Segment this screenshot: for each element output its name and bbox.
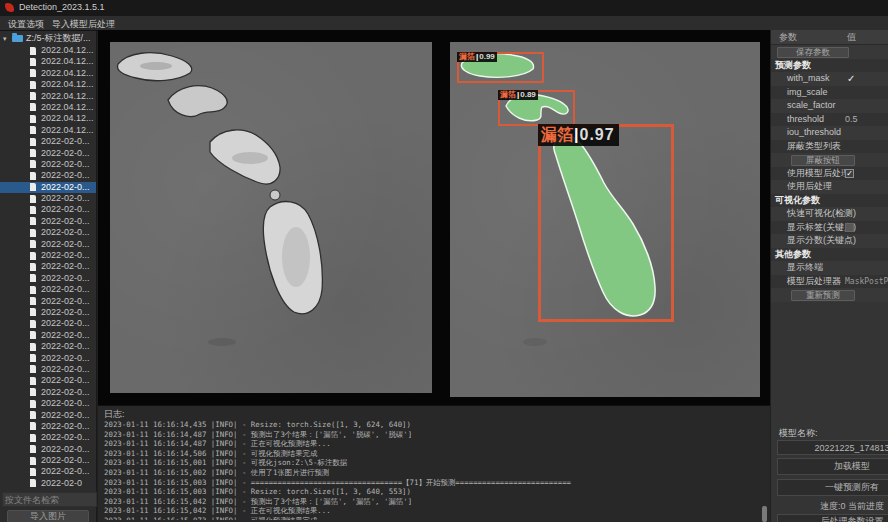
tree-file-item[interactable]: 2022-02-0... [0,353,96,364]
file-tree-sidebar: ▾ Z:/5-标注数据/... 2022.04.12...2022.04.12.… [0,31,97,522]
file-tree: ▾ Z:/5-标注数据/... 2022.04.12...2022.04.12.… [0,32,96,490]
class-name: 漏箔 [541,126,573,143]
file-icon [30,354,36,362]
param-table-header: 参数 值 [771,30,888,45]
file-list: 2022.04.12...2022.04.12...2022.04.12...2… [0,45,96,489]
tree-file-item[interactable]: 2022-02-0... [0,250,96,261]
label-separator: | [517,90,519,99]
tree-file-item[interactable]: 2022-02-0... [0,284,96,295]
detection-box: 漏箔|0.97 [538,124,674,322]
file-icon [30,377,36,385]
tree-file-item[interactable]: 2022-02-0... [0,148,96,159]
chevron-down-icon: ▾ [3,32,7,45]
file-icon [30,58,36,66]
tree-file-item[interactable]: 2022.04.12... [0,79,96,90]
tree-file-item[interactable]: 2022.04.12... [0,56,96,67]
tree-file-item[interactable]: 2022-02-0... [0,204,96,215]
tree-file-item[interactable]: 2022-02-0... [0,239,96,250]
file-icon [30,365,36,373]
file-icon [30,81,36,89]
file-name: 2022.04.12... [41,79,94,90]
log-line: 2023-01-11 16:16:15,003 |INFO| - =======… [104,478,758,488]
checkmark-icon[interactable]: ✓ [847,72,855,86]
tree-file-item[interactable]: 2022-02-0... [0,318,96,329]
file-icon [30,138,36,146]
title-bar: Detection_2023.1.5.1 [0,0,888,16]
import-images-button[interactable]: 导入图片 [7,510,89,522]
tree-file-item[interactable]: 2022-02-0... [0,375,96,386]
param-button[interactable]: 保存参数 [777,47,849,58]
param-label: iou_threshold [787,126,841,140]
tree-file-item[interactable]: 2022-02-0... [0,432,96,443]
tree-file-item[interactable]: 2022-02-0... [0,341,96,352]
param-value: MaskPostPro [845,275,888,289]
file-icon [30,286,36,294]
param-button[interactable]: 重新预测 [791,290,855,301]
tree-file-item[interactable]: 2022-02-0... [0,227,96,238]
checkbox[interactable] [845,223,854,232]
tree-file-item[interactable]: 2022-02-0 [0,478,96,489]
predict-all-button[interactable]: 一键预测所有 [777,479,888,496]
file-icon [30,479,36,487]
tree-file-item[interactable]: 2022-02-0... [0,364,96,375]
class-name: 漏箔 [459,52,475,61]
param-row-item: 显示分数(关键点) [771,234,888,248]
tree-file-item[interactable]: 2022-02-0... [0,410,96,421]
tree-file-item[interactable]: 2022-02-0... [0,261,96,272]
tree-file-item[interactable]: 2022-02-0... [0,421,96,432]
file-icon [30,229,36,237]
tree-file-item[interactable]: 2022.04.12... [0,102,96,113]
file-icon [30,206,36,214]
file-name: 2022.04.12... [41,45,94,56]
confidence-score: 0.89 [520,90,536,99]
file-icon [30,274,36,282]
postprocess-params-button[interactable]: 后处理参数设置 [777,514,888,522]
param-label: img_scale [787,86,828,100]
menu-settings[interactable]: 设置选项 [4,17,48,32]
search-input[interactable] [2,492,97,507]
tree-file-item[interactable]: 2022-02-0... [0,193,96,204]
load-model-button[interactable]: 加载模型 [777,458,888,475]
tree-file-item[interactable]: 2022-02-0... [0,182,96,193]
file-name: 2022-02-0 [41,478,82,489]
speed-progress-status: 速度:0 当前进度 [777,500,888,513]
tree-file-item[interactable]: 2022-02-0... [0,455,96,466]
param-label: 使用模型后处理 [787,167,850,181]
tree-file-item[interactable]: 2022-02-0... [0,296,96,307]
log-line: 2023-01-11 16:16:15,002 |INFO| - 使用了1张图片… [104,468,758,478]
model-name-value[interactable]: 20221225_174813 [777,440,888,455]
tree-file-item[interactable]: 2022-02-0... [0,307,96,318]
tree-file-item[interactable]: 2022.04.12... [0,125,96,136]
file-name: 2022-02-0... [41,273,90,284]
image-panel-original[interactable] [110,42,432,393]
file-name: 2022.04.12... [41,68,94,79]
tree-file-item[interactable]: 2022.04.12... [0,45,96,56]
tree-file-item[interactable]: 2022-02-0... [0,273,96,284]
file-name: 2022-02-0... [41,216,90,227]
tree-file-item[interactable]: 2022-02-0... [0,330,96,341]
checkbox[interactable]: ✓ [845,169,854,178]
tree-file-item[interactable]: 2022.04.12... [0,68,96,79]
param-button[interactable]: 屏蔽按钮 [791,155,855,166]
tree-file-item[interactable]: 2022-02-0... [0,398,96,409]
tree-file-item[interactable]: 2022-02-0... [0,387,96,398]
tree-file-item[interactable]: 2022-02-0... [0,216,96,227]
param-row-item: 显示标签(关键点) [771,221,888,235]
tree-file-item[interactable]: 2022-02-0... [0,466,96,477]
log-line: 2023-01-11 16:16:15,001 |INFO| - 可视化json… [104,458,758,468]
param-row-item: 屏蔽类型列表 [771,140,888,154]
file-icon [30,126,36,134]
file-icon [30,320,36,328]
scrollbar-thumb[interactable] [762,506,767,522]
tree-file-item[interactable]: 2022.04.12... [0,113,96,124]
label-separator: | [574,126,578,143]
tree-file-item[interactable]: 2022-02-0... [0,444,96,455]
tree-file-item[interactable]: 2022-02-0... [0,136,96,147]
tree-root-folder[interactable]: ▾ Z:/5-标注数据/... [0,32,96,45]
file-name: 2022-02-0... [41,204,90,215]
tree-file-item[interactable]: 2022.04.12... [0,91,96,102]
file-name: 2022-02-0... [41,444,90,455]
tree-file-item[interactable]: 2022-02-0... [0,159,96,170]
image-panel-predictions[interactable]: 漏箔|0.99 漏箔|0.89 漏箔|0.97 [450,42,760,397]
tree-file-item[interactable]: 2022-02-0... [0,170,96,181]
